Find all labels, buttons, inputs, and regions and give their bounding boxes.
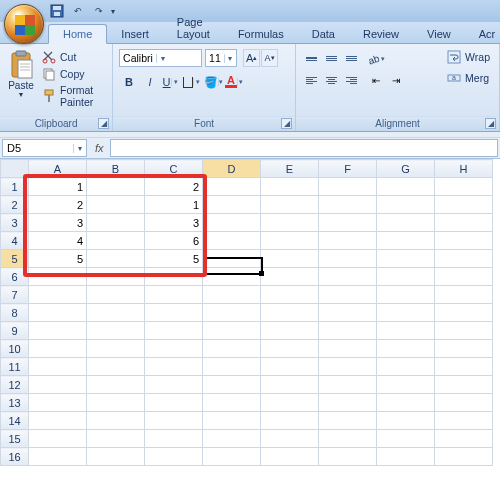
cell-A3[interactable]: 3 [29, 214, 87, 232]
tab-formulas[interactable]: Formulas [224, 25, 298, 43]
cell-H2[interactable] [435, 196, 493, 214]
name-box[interactable]: ▾ [2, 139, 87, 157]
row-header-16[interactable]: 16 [1, 448, 29, 466]
cell-D13[interactable] [203, 394, 261, 412]
cell-A15[interactable] [29, 430, 87, 448]
cell-H13[interactable] [435, 394, 493, 412]
col-header-A[interactable]: A [29, 160, 87, 178]
cell-C6[interactable] [145, 268, 203, 286]
cell-F6[interactable] [319, 268, 377, 286]
cell-A8[interactable] [29, 304, 87, 322]
cell-D11[interactable] [203, 358, 261, 376]
cell-A11[interactable] [29, 358, 87, 376]
cell-H11[interactable] [435, 358, 493, 376]
format-painter-button[interactable]: Format Painter [40, 84, 106, 108]
tab-home[interactable]: Home [48, 24, 107, 44]
cell-G10[interactable] [377, 340, 435, 358]
cell-E6[interactable] [261, 268, 319, 286]
cell-G14[interactable] [377, 412, 435, 430]
cell-F7[interactable] [319, 286, 377, 304]
alignment-launcher[interactable]: ◢ [485, 118, 496, 129]
paste-split-button[interactable]: Paste ▼ [6, 47, 36, 99]
cell-E12[interactable] [261, 376, 319, 394]
cell-C4[interactable]: 6 [145, 232, 203, 250]
fill-color-button[interactable]: 🪣▾ [203, 72, 223, 92]
borders-button[interactable]: ▾ [182, 72, 202, 92]
cell-C3[interactable]: 3 [145, 214, 203, 232]
align-left-button[interactable] [302, 71, 321, 90]
merge-center-button[interactable]: aMerg [444, 69, 493, 87]
cell-G3[interactable] [377, 214, 435, 232]
cell-E11[interactable] [261, 358, 319, 376]
cell-F14[interactable] [319, 412, 377, 430]
cell-D16[interactable] [203, 448, 261, 466]
cell-B3[interactable] [87, 214, 145, 232]
cell-H5[interactable] [435, 250, 493, 268]
cell-B11[interactable] [87, 358, 145, 376]
cell-F13[interactable] [319, 394, 377, 412]
cut-button[interactable]: Cut [40, 50, 106, 64]
cell-D14[interactable] [203, 412, 261, 430]
row-header-11[interactable]: 11 [1, 358, 29, 376]
cell-H1[interactable] [435, 178, 493, 196]
name-box-input[interactable] [3, 140, 73, 156]
cell-C13[interactable] [145, 394, 203, 412]
bold-button[interactable]: B [119, 72, 139, 92]
cell-C9[interactable] [145, 322, 203, 340]
row-header-14[interactable]: 14 [1, 412, 29, 430]
cell-H8[interactable] [435, 304, 493, 322]
cell-A13[interactable] [29, 394, 87, 412]
cell-D12[interactable] [203, 376, 261, 394]
cell-A16[interactable] [29, 448, 87, 466]
tab-review[interactable]: Review [349, 25, 413, 43]
row-header-6[interactable]: 6 [1, 268, 29, 286]
cell-G15[interactable] [377, 430, 435, 448]
cell-B8[interactable] [87, 304, 145, 322]
font-launcher[interactable]: ◢ [281, 118, 292, 129]
cell-E3[interactable] [261, 214, 319, 232]
cell-D10[interactable] [203, 340, 261, 358]
cell-A10[interactable] [29, 340, 87, 358]
cell-H14[interactable] [435, 412, 493, 430]
row-header-2[interactable]: 2 [1, 196, 29, 214]
cell-D5[interactable] [203, 250, 261, 268]
cell-D1[interactable] [203, 178, 261, 196]
decrease-indent-button[interactable]: ⇤ [366, 71, 385, 90]
cell-H10[interactable] [435, 340, 493, 358]
font-name-combo[interactable]: Calibri▾ [119, 49, 202, 67]
qat-customize-dropdown[interactable]: ▾ [111, 7, 121, 16]
row-header-15[interactable]: 15 [1, 430, 29, 448]
cell-G1[interactable] [377, 178, 435, 196]
col-header-E[interactable]: E [261, 160, 319, 178]
tab-data[interactable]: Data [298, 25, 349, 43]
cell-D6[interactable] [203, 268, 261, 286]
row-header-8[interactable]: 8 [1, 304, 29, 322]
cell-B7[interactable] [87, 286, 145, 304]
cell-A9[interactable] [29, 322, 87, 340]
row-header-4[interactable]: 4 [1, 232, 29, 250]
font-color-button[interactable]: A▾ [224, 72, 244, 92]
cell-G5[interactable] [377, 250, 435, 268]
font-size-combo[interactable]: 11▾ [205, 49, 237, 67]
cell-D15[interactable] [203, 430, 261, 448]
align-right-button[interactable] [342, 71, 361, 90]
cell-D9[interactable] [203, 322, 261, 340]
cell-D4[interactable] [203, 232, 261, 250]
qat-redo-button[interactable]: ↷ [90, 3, 108, 19]
cell-B6[interactable] [87, 268, 145, 286]
cell-B12[interactable] [87, 376, 145, 394]
shrink-font-button[interactable]: A▾ [261, 49, 278, 67]
cell-B9[interactable] [87, 322, 145, 340]
select-all-corner[interactable] [1, 160, 29, 178]
cell-A12[interactable] [29, 376, 87, 394]
office-button[interactable] [4, 4, 44, 44]
col-header-D[interactable]: D [203, 160, 261, 178]
col-header-B[interactable]: B [87, 160, 145, 178]
cell-D7[interactable] [203, 286, 261, 304]
cell-G2[interactable] [377, 196, 435, 214]
qat-save-button[interactable] [48, 3, 66, 19]
cell-G12[interactable] [377, 376, 435, 394]
col-header-H[interactable]: H [435, 160, 493, 178]
cell-A7[interactable] [29, 286, 87, 304]
row-header-10[interactable]: 10 [1, 340, 29, 358]
